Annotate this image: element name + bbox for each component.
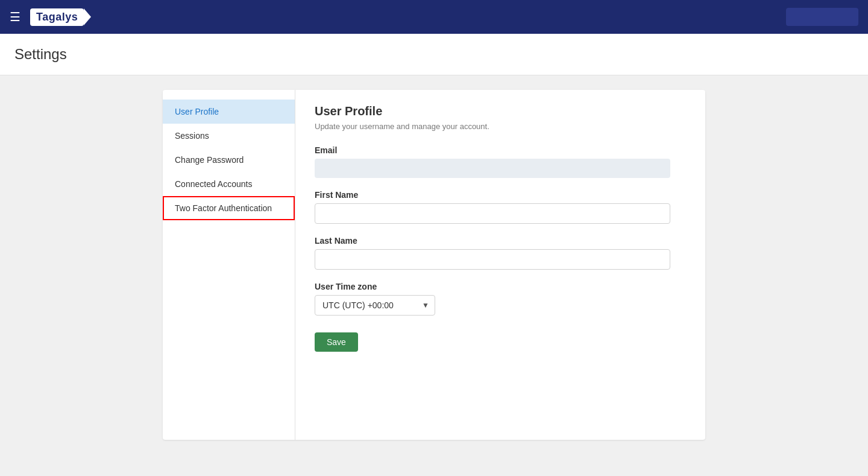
timezone-form-group: User Time zone UTC (UTC) +00:00 EST (UTC… [315, 282, 686, 316]
content-subtitle: Update your username and manage your acc… [315, 122, 686, 131]
settings-card: User Profile Sessions Change Password Co… [163, 90, 705, 440]
last-name-form-group: Last Name [315, 236, 686, 270]
page-title-area: Settings [0, 34, 868, 75]
logo-arrow-shape [84, 8, 91, 25]
save-button[interactable]: Save [315, 332, 358, 352]
settings-content: User Profile Update your username and ma… [295, 90, 705, 440]
logo-container[interactable]: Tagalys [30, 8, 84, 26]
sidebar-item-user-profile[interactable]: User Profile [163, 100, 295, 124]
timezone-select[interactable]: UTC (UTC) +00:00 EST (UTC) -05:00 PST (U… [315, 295, 435, 316]
email-form-group: Email [315, 145, 686, 178]
sidebar-item-connected-accounts[interactable]: Connected Accounts [163, 172, 295, 196]
sidebar-item-change-password[interactable]: Change Password [163, 148, 295, 172]
page-title: Settings [14, 46, 854, 63]
settings-nav: User Profile Sessions Change Password Co… [163, 90, 295, 440]
timezone-label: User Time zone [315, 282, 686, 291]
email-label: Email [315, 145, 686, 155]
header: ☰ Tagalys [0, 0, 868, 34]
sidebar-item-two-factor-auth[interactable]: Two Factor Authentication [163, 196, 295, 220]
first-name-label: First Name [315, 190, 686, 200]
header-left: ☰ Tagalys [10, 8, 84, 26]
header-right [786, 8, 858, 26]
first-name-form-group: First Name [315, 190, 686, 224]
last-name-field[interactable] [315, 249, 670, 270]
sidebar-item-sessions[interactable]: Sessions [163, 124, 295, 148]
email-field[interactable] [315, 159, 670, 178]
logo-text: Tagalys [36, 11, 78, 24]
main-content: User Profile Sessions Change Password Co… [0, 75, 868, 476]
header-action-button[interactable] [786, 8, 858, 26]
last-name-label: Last Name [315, 236, 686, 246]
timezone-select-wrapper: UTC (UTC) +00:00 EST (UTC) -05:00 PST (U… [315, 295, 435, 316]
hamburger-icon[interactable]: ☰ [10, 10, 20, 24]
content-title: User Profile [315, 104, 686, 118]
first-name-field[interactable] [315, 203, 670, 224]
